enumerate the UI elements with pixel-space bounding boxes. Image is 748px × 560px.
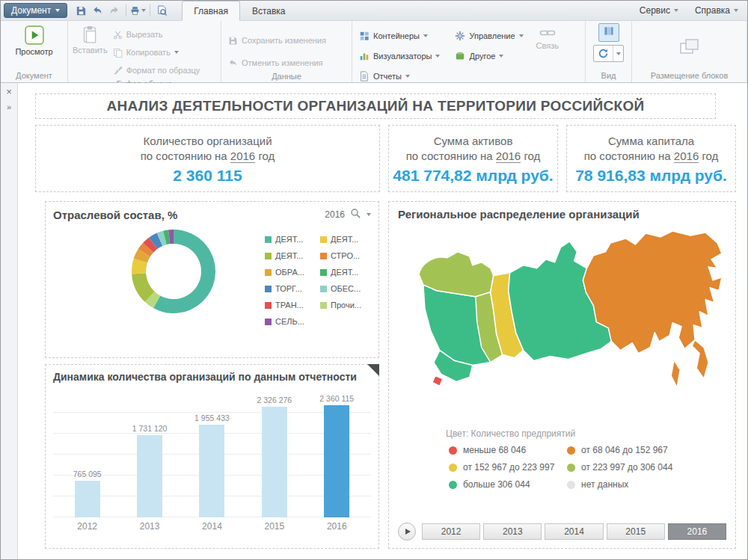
donut-legend-item: ДЕЯТ... (320, 268, 371, 277)
kpi-year-link[interactable]: 2016 (230, 150, 255, 163)
reports-button[interactable]: Отчеты (355, 68, 444, 84)
tab-vstavka[interactable]: Вставка (240, 1, 298, 20)
legend-label: больше 306 044 (463, 479, 530, 490)
bar-axis-label: 2016 (309, 521, 364, 532)
search-icon[interactable] (350, 208, 361, 221)
management-button[interactable]: Управление (451, 28, 527, 44)
dashboard-canvas: АНАЛИЗ ДЕЯТЕЛЬНОСТИ ОРГАНИЗАЦИЙ НА ТЕРРИ… (18, 83, 747, 559)
chevron-down-icon[interactable] (367, 213, 371, 216)
legend-swatch (320, 269, 327, 276)
legend-dot (567, 464, 575, 472)
menu-label: Сервис (640, 5, 670, 16)
donut-year-filter[interactable]: 2016 (325, 209, 345, 220)
legend-label: ДЕЯТ... (275, 235, 303, 244)
year-button-2016[interactable]: 2016 (668, 523, 726, 540)
map-legend-item: больше 306 044 (449, 479, 567, 490)
bar[interactable] (262, 407, 287, 517)
kpi-value: 481 774,82 млрд руб. (393, 167, 553, 185)
kpi-year-link[interactable]: 2016 (496, 150, 521, 163)
visualizers-button[interactable]: Визуализаторы (355, 48, 444, 64)
dashboard-main: Отраслевой состав, % 2016 (35, 201, 736, 549)
year-button-2015[interactable]: 2015 (607, 523, 665, 540)
bar[interactable] (75, 481, 100, 517)
view-layout-toggle[interactable] (598, 23, 619, 42)
copy-button[interactable]: Копировать (109, 44, 204, 61)
year-button-2013[interactable]: 2013 (483, 523, 542, 540)
menu-help[interactable]: Справка (695, 5, 738, 16)
containers-button[interactable]: Контейнеры (355, 28, 444, 44)
ribbon: Просмотр Документ Вставить (1, 21, 747, 83)
kpi-subtitle-suffix: год (702, 150, 718, 162)
block-placement-button[interactable] (678, 36, 702, 58)
legend-label: от 152 967 до 223 997 (463, 462, 554, 473)
panel-expand-button[interactable]: » (7, 103, 11, 111)
cut-button[interactable]: Вырезать (109, 26, 204, 43)
kpi-year-link[interactable]: 2016 (674, 150, 699, 163)
donut-legend: ДЕЯТ...ДЕЯТ...ОБРА...ТОРГ...ТРАН...СЕЛЬ.… (265, 235, 371, 326)
block-corner-marker[interactable] (367, 364, 379, 376)
workspace: × » АНАЛИЗ ДЕЯТЕЛЬНОСТИ ОРГАНИЗАЦИЙ НА Т… (1, 83, 747, 559)
industry-donut-block: Отраслевой состав, % 2016 (45, 201, 379, 358)
link-button[interactable]: Связь (535, 25, 560, 52)
year-button-2012[interactable]: 2012 (422, 523, 480, 540)
kpi-value: 78 916,83 млрд руб. (575, 167, 727, 185)
cancel-changes-button[interactable]: Отменить изменения (224, 55, 330, 71)
save-icon[interactable] (73, 3, 89, 18)
legend-label: СТРО... (331, 251, 360, 260)
map-legend-item: от 223 997 до 306 044 (567, 462, 726, 473)
bar[interactable] (137, 435, 162, 517)
bar-column: 765 095 (60, 470, 115, 517)
donut-legend-item: ДЕЯТ... (265, 251, 316, 260)
legend-dot (567, 481, 575, 489)
donut-legend-item: СЕЛЬ... (265, 317, 316, 326)
refresh-icon[interactable] (594, 46, 613, 61)
legend-label: ДЕЯТ... (275, 251, 303, 260)
redo-icon[interactable] (106, 3, 122, 18)
legend-swatch (265, 236, 272, 243)
donut-legend-item: ДЕЯТ... (320, 235, 371, 244)
layout-columns-icon (603, 25, 615, 40)
bar[interactable] (324, 405, 349, 517)
document-menu-label: Документ (11, 5, 51, 16)
donut-legend-item: ТРАН... (265, 301, 316, 310)
preview-icon[interactable] (154, 3, 170, 18)
legend-label: ТРАН... (275, 301, 304, 310)
chevron-down-icon[interactable] (613, 46, 623, 61)
other-button[interactable]: Другое (451, 48, 527, 64)
undo-icon[interactable] (90, 3, 105, 18)
menu-service[interactable]: Сервис (640, 5, 678, 16)
bar[interactable] (199, 425, 224, 517)
legend-swatch (265, 286, 272, 292)
bar-axis-label: 2014 (184, 521, 239, 532)
cut-label: Вырезать (126, 30, 163, 39)
map-region-sakhalin[interactable] (671, 360, 680, 388)
ribbon-group-view: Вид (586, 21, 632, 82)
year-button-2014[interactable]: 2014 (545, 523, 603, 540)
format-painter-button[interactable]: Формат по образцу (109, 62, 204, 79)
bar-column: 1 955 433 (184, 413, 239, 517)
format-painter-label: Формат по образцу (126, 66, 200, 75)
legend-dot (449, 464, 457, 472)
paste-button[interactable]: Вставить (71, 23, 109, 57)
map-region-kamchatka[interactable] (692, 340, 708, 379)
document-menu-button[interactable]: Документ (4, 3, 67, 18)
preview-button[interactable]: Просмотр (13, 23, 54, 58)
toolbar-separator (126, 4, 126, 16)
panel-close-button[interactable]: × (6, 87, 12, 96)
print-icon[interactable] (130, 3, 146, 18)
refresh-split-button[interactable] (593, 45, 624, 62)
map-legend: меньше 68 046от 68 046 до 152 967от 152 … (449, 445, 726, 490)
link-label: Связь (536, 41, 559, 50)
year-selector-row: 20122013201420152016 (398, 523, 726, 542)
tab-glavnaya[interactable]: Главная (182, 1, 240, 21)
legend-dot (567, 446, 575, 455)
ribbon-group-data: Сохранить изменения Отменить изменения Д… (221, 21, 352, 82)
management-label: Управление (469, 31, 515, 40)
undo-icon (228, 58, 238, 68)
play-timeline-button[interactable] (398, 523, 416, 541)
save-changes-button[interactable]: Сохранить изменения (224, 32, 330, 49)
map-region-crimea[interactable] (432, 376, 443, 387)
kpi-subtitle-prefix: по состоянию на (141, 150, 227, 162)
chevron-down-icon (141, 9, 146, 12)
chevron-down-icon (174, 51, 179, 54)
